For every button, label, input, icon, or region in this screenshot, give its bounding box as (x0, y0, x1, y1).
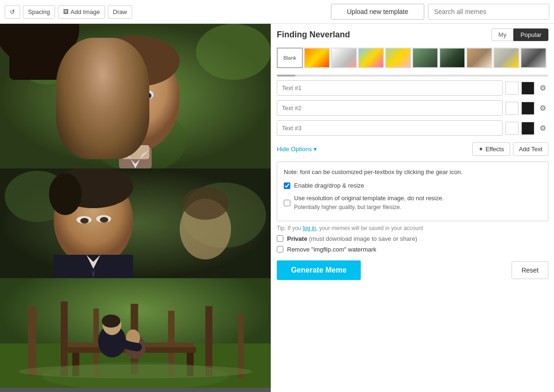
thumbnail-9[interactable] (520, 48, 547, 68)
thumbnail-4[interactable] (385, 48, 411, 68)
text-row-2: ⚙ (277, 100, 548, 116)
add-image-button[interactable]: 🖼 Add Image (58, 5, 105, 19)
generate-meme-button[interactable]: Generate Meme (277, 260, 361, 280)
thumbnail-8[interactable] (493, 48, 519, 68)
meme-scene-bot (0, 278, 271, 388)
meme-scene-mid (0, 168, 271, 278)
gear-button-3[interactable]: ⚙ (537, 123, 548, 134)
note-box: Note: font can be customized per-textbox… (277, 161, 548, 221)
svg-rect-36 (28, 306, 36, 376)
text-row-3: ⚙ (277, 120, 548, 136)
text-color-black-2[interactable] (521, 102, 534, 115)
enable-drag-row: Enable drag/drop & resize (284, 181, 541, 191)
watermark-row: Remove "imgflip.com" watermark (277, 246, 548, 253)
svg-point-24 (49, 173, 82, 215)
thumbnail-1[interactable] (304, 48, 330, 68)
svg-rect-17 (121, 145, 149, 159)
private-checkbox[interactable] (277, 235, 283, 242)
sparkle-icon: ✦ (478, 146, 484, 153)
thumbnail-7[interactable] (466, 48, 492, 68)
add-text-button[interactable]: Add Text (513, 142, 548, 156)
svg-rect-5 (9, 24, 65, 80)
thumbnail-blank[interactable]: Blank (277, 48, 303, 68)
spacing-label: Spacing (28, 8, 50, 15)
hide-options-button[interactable]: Hide Options ▾ (277, 146, 317, 153)
svg-point-33 (182, 187, 229, 220)
meme-image-area (0, 24, 271, 388)
svg-point-27 (80, 218, 89, 224)
gear-button-1[interactable]: ⚙ (537, 83, 548, 94)
tip-text: Tip: If you log in, your memes will be s… (277, 225, 548, 231)
svg-point-11 (121, 94, 128, 100)
meme-scene-top (0, 24, 271, 168)
thumbnail-3[interactable] (358, 48, 384, 68)
add-image-label: Add Image (70, 8, 100, 15)
svg-point-15 (132, 107, 139, 113)
draw-button[interactable]: Draw (108, 5, 132, 19)
note-text: Note: font can be customized per-textbox… (284, 168, 541, 177)
options-row: Hide Options ▾ ✦ Effects Add Text (277, 142, 548, 156)
text-input-1[interactable] (277, 80, 503, 96)
use-resolution-label: Use resolution of original template imag… (294, 194, 444, 203)
text-input-3[interactable] (277, 120, 503, 136)
spacing-button[interactable]: Spacing (23, 5, 55, 19)
rotate-icon: ↺ (10, 8, 15, 15)
text-color-black-3[interactable] (521, 122, 534, 135)
enable-drag-label[interactable]: Enable drag/drop & resize (294, 181, 364, 191)
meme-panel (0, 24, 271, 392)
use-resolution-sub: Potentially higher quality, but larger f… (294, 203, 444, 212)
scroll-thumb (277, 75, 295, 77)
search-input[interactable] (428, 4, 549, 20)
gear-button-2[interactable]: ⚙ (537, 103, 548, 114)
right-panel: Finding Neverland My Popular Blank (271, 24, 554, 392)
thumbnails-row: Blank (277, 48, 548, 70)
use-resolution-row: Use resolution of original template imag… (284, 194, 541, 212)
image-icon: 🖼 (63, 8, 69, 15)
my-button[interactable]: My (491, 28, 513, 41)
svg-point-14 (146, 93, 151, 98)
scroll-indicator (277, 75, 548, 77)
svg-point-28 (100, 217, 108, 223)
thumbnail-5[interactable] (412, 48, 438, 68)
log-in-link[interactable]: log in (303, 225, 316, 231)
template-header: Finding Neverland My Popular (277, 28, 548, 41)
svg-point-9 (117, 91, 130, 101)
svg-point-7 (91, 35, 180, 87)
template-title: Finding Neverland (277, 30, 350, 40)
text-color-white-3[interactable] (505, 122, 519, 135)
text-color-white-2[interactable] (505, 102, 519, 115)
thumbnail-2[interactable] (331, 48, 357, 68)
scene-top-visual (0, 24, 271, 168)
svg-rect-41 (205, 306, 212, 376)
watermark-label[interactable]: Remove "imgflip.com" watermark (287, 246, 376, 253)
svg-point-2 (196, 24, 271, 80)
private-row: Private (must download image to save or … (277, 235, 548, 242)
popular-button[interactable]: Popular (513, 28, 548, 41)
svg-point-49 (102, 315, 120, 328)
bottom-actions: Generate Meme Reset (277, 260, 548, 280)
text-row-1: ⚙ (277, 80, 548, 96)
enable-drag-checkbox[interactable] (284, 182, 290, 189)
reset-button[interactable]: Reset (512, 261, 548, 279)
use-resolution-checkbox[interactable] (284, 200, 290, 206)
svg-point-53 (19, 364, 252, 378)
rotate-button[interactable]: ↺ (5, 5, 20, 19)
text-color-white-1[interactable] (505, 82, 519, 95)
svg-point-10 (140, 90, 154, 99)
effects-add-row: ✦ Effects Add Text (472, 142, 548, 156)
svg-rect-37 (61, 301, 68, 376)
toolbar: ↺ Spacing 🖼 Add Image Draw Upload new te… (0, 0, 554, 24)
chevron-down-icon: ▾ (314, 146, 317, 153)
svg-point-13 (123, 95, 127, 99)
draw-label: Draw (113, 8, 127, 15)
thumbnail-6[interactable] (439, 48, 465, 68)
svg-point-8 (84, 42, 121, 89)
text-color-black-1[interactable] (521, 82, 534, 95)
upload-template-button[interactable]: Upload new template (331, 4, 424, 20)
effects-button[interactable]: ✦ Effects (472, 142, 510, 156)
my-popular-buttons: My Popular (491, 28, 548, 41)
watermark-checkbox[interactable] (277, 246, 283, 252)
main-content: Finding Neverland My Popular Blank (0, 24, 554, 392)
text-input-2[interactable] (277, 100, 503, 116)
